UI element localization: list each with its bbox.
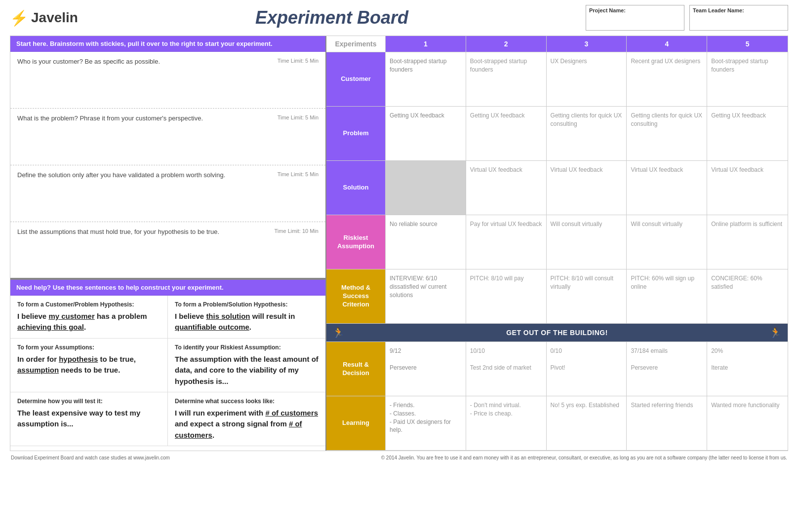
exp-cell-riskiest-4: Will consult virtually <box>627 215 707 269</box>
exp-cell-result-1: 9/12 Persevere <box>386 342 466 396</box>
row-label-solution: Solution <box>326 161 386 215</box>
exp-cell-result-4: 37/184 emails Persevere <box>627 342 707 396</box>
exp-cell-riskiest-5: Online platform is sufficient <box>707 215 788 269</box>
brainstorm-row-problem: What is the problem? Phrase it from your… <box>10 109 325 165</box>
hypothesis-cell-1: To form a Problem/Solution Hypothesis: I… <box>168 296 325 339</box>
brainstorm-question-2: Define the solution only after you have … <box>17 171 319 179</box>
hypothesis-cell-4: Determine how you will test it: The leas… <box>10 392 168 446</box>
brainstorm-question-3: List the assumptions that must hold true… <box>17 228 319 235</box>
footer-left: Download Experiment Board and watch case… <box>11 455 170 460</box>
exp-row-learning: Learning - Friends. - Classes. - Paid UX… <box>326 396 788 451</box>
hypothesis-text-3: The assumption with the least amount of … <box>175 354 319 387</box>
exp-row-method: Method & Success Criterion INTERVIEW: 6/… <box>326 269 788 324</box>
page-title: Experiment Board <box>78 7 586 28</box>
exp-cell-learning-1: - Friends. - Classes. - Paid UX designer… <box>386 396 466 450</box>
row-label-riskiest: Riskiest Assumption <box>326 215 386 269</box>
exp-cell-method-4: PITCH: 60% will sign up online <box>627 269 707 323</box>
exp-cell-riskiest-2: Pay for virtual UX feedback <box>466 215 547 269</box>
exp-cell-result-5: 20% Iterate <box>707 342 788 396</box>
logo: ⚡ Javelin <box>10 9 78 27</box>
hypothesis-text-1: I believe this solution will result in q… <box>175 311 319 333</box>
exp-cell-learning-2: - Don't mind virtual. - Price is cheap. <box>466 396 547 450</box>
hypothesis-label-3: To identify your Riskiest Assumption: <box>175 343 319 352</box>
experiment-board: Start here. Brainstorm with stickies, pu… <box>10 36 788 451</box>
brainstorm-row-solution: Define the solution only after you have … <box>10 165 325 222</box>
exp-cell-problem-2: Getting UX feedback <box>466 107 547 160</box>
hypothesis-cell-5: Determine what success looks like: I wil… <box>168 392 325 446</box>
help-header: Need help? Use these sentences to help c… <box>10 279 325 296</box>
exp-header-col-2: 2 <box>466 36 547 52</box>
exp-cell-method-5: CONCIERGE: 60% satisfied <box>707 269 788 323</box>
exp-cell-riskiest-3: Will consult virtually <box>547 215 627 269</box>
gotb-text: GET OUT OF THE BUILDING! <box>506 329 608 337</box>
footer: Download Experiment Board and watch case… <box>10 453 788 462</box>
hypothesis-label-5: Determine what success looks like: <box>175 397 319 406</box>
hypothesis-cell-2: To form your Assumptions: In order for h… <box>10 339 168 392</box>
exp-cell-riskiest-1: No reliable source <box>386 215 466 269</box>
team-leader-field[interactable]: Team Leader Name: <box>689 5 788 31</box>
exp-header-col-3: 3 <box>547 36 627 52</box>
exp-cell-problem-4: Getting clients for quick UX consulting <box>627 107 707 160</box>
exp-row-solution: Solution Virtual UX feedback Virtual UX … <box>326 161 788 215</box>
exp-cell-result-3: 0/10 Pivot! <box>547 342 627 396</box>
row-label-customer: Customer <box>326 52 386 106</box>
hypothesis-label-0: To form a Customer/Problem Hypothesis: <box>17 301 160 309</box>
logo-text: Javelin <box>31 10 78 26</box>
logo-icon: ⚡ <box>10 9 28 27</box>
hypothesis-text-2: In order for hypothesis to be true, assu… <box>17 354 160 376</box>
project-name-label: Project Name: <box>589 7 681 13</box>
hypothesis-cell-0: To form a Customer/Problem Hypothesis: I… <box>10 296 168 339</box>
gotb-bar: 🏃 GET OUT OF THE BUILDING! 🏃 <box>326 324 788 342</box>
exp-cell-customer-5: Boot-strapped startup founders <box>707 52 788 106</box>
hypothesis-grid: To form a Customer/Problem Hypothesis: I… <box>10 296 325 446</box>
exp-cell-method-3: PITCH: 8/10 will consult virtually <box>547 269 627 323</box>
exp-cell-problem-3: Getting clients for quick UX consulting <box>547 107 627 160</box>
exp-cell-solution-4: Virtual UX feedback <box>627 161 707 215</box>
brainstorm-rows: Who is your customer? Be as specific as … <box>10 52 325 279</box>
brainstorm-row-customer: Who is your customer? Be as specific as … <box>10 52 325 109</box>
exp-cell-solution-5: Virtual UX feedback <box>707 161 788 215</box>
brainstorm-question-0: Who is your customer? Be as specific as … <box>17 58 319 65</box>
exp-cell-learning-3: No! 5 yrs exp. Established <box>547 396 627 450</box>
hypothesis-text-4: The least expensive way to test my assum… <box>17 408 160 430</box>
hypothesis-label-1: To form a Problem/Solution Hypothesis: <box>175 301 319 309</box>
exp-cell-solution-1 <box>386 161 466 215</box>
exp-row-customer: Customer Boot-strapped startup founders … <box>326 52 788 107</box>
exp-cell-learning-4: Started referring friends <box>627 396 707 450</box>
hypothesis-text-5: I will run experiment with # of customer… <box>175 408 319 441</box>
exp-header-col-1: 1 <box>386 36 466 52</box>
exp-cell-customer-4: Recent grad UX designers <box>627 52 707 106</box>
row-label-problem: Problem <box>326 107 386 160</box>
brainstorm-question-1: What is the problem? Phrase it from your… <box>17 114 319 122</box>
brainstorm-header: Start here. Brainstorm with stickies, pu… <box>10 36 325 52</box>
exp-cell-customer-3: UX Designers <box>547 52 627 106</box>
left-panel: Start here. Brainstorm with stickies, pu… <box>10 36 326 451</box>
exp-cell-problem-1: Getting UX feedback <box>386 107 466 160</box>
project-name-field[interactable]: Project Name: <box>586 5 684 31</box>
exp-cell-customer-1: Boot-strapped startup founders <box>386 52 466 106</box>
hypothesis-label-4: Determine how you will test it: <box>17 397 160 406</box>
header-fields: Project Name: Team Leader Name: <box>586 5 788 31</box>
team-leader-label: Team Leader Name: <box>693 7 785 13</box>
exp-header-blank: Experiments <box>326 36 386 52</box>
row-label-result: Result & Decision <box>326 342 386 396</box>
brainstorm-row-assumption: List the assumptions that must hold true… <box>10 222 325 279</box>
exp-header-col-5: 5 <box>707 36 788 52</box>
exp-row-problem: Problem Getting UX feedback Getting UX f… <box>326 107 788 161</box>
row-label-method: Method & Success Criterion <box>326 269 386 323</box>
hypothesis-cell-3: To identify your Riskiest Assumption: Th… <box>168 339 325 392</box>
exp-row-riskiest: Riskiest Assumption No reliable source P… <box>326 215 788 269</box>
exp-cell-method-2: PITCH: 8/10 will pay <box>466 269 547 323</box>
exp-cell-customer-2: Boot-strapped startup founders <box>466 52 547 106</box>
header: ⚡ Javelin Experiment Board Project Name:… <box>10 5 788 31</box>
exp-cell-learning-5: Wanted more functionality <box>707 396 788 450</box>
runner-right-icon: 🏃 <box>769 327 782 339</box>
exp-header-row: Experiments 1 2 3 4 5 <box>326 36 788 52</box>
row-label-learning: Learning <box>326 396 386 450</box>
exp-cell-solution-2: Virtual UX feedback <box>466 161 547 215</box>
exp-cell-solution-3: Virtual UX feedback <box>547 161 627 215</box>
hypothesis-label-2: To form your Assumptions: <box>17 343 160 352</box>
exp-row-result: Result & Decision 9/12 Persevere 10/10 T… <box>326 342 788 396</box>
right-panel: Experiments 1 2 3 4 5 Customer Boot-stra… <box>326 36 788 451</box>
exp-cell-result-2: 10/10 Test 2nd side of market <box>466 342 547 396</box>
